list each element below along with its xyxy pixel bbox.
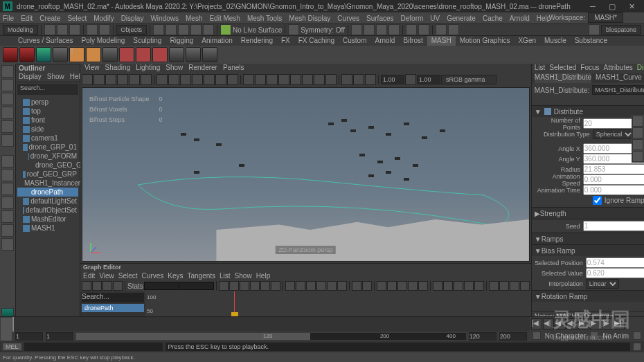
- vp-isolate[interactable]: [341, 74, 352, 85]
- ge-insert-keys[interactable]: [92, 281, 102, 291]
- layout-two-side[interactable]: [1, 183, 14, 195]
- vp-lights[interactable]: [278, 74, 289, 85]
- mash-network-icon[interactable]: [3, 47, 18, 62]
- ge-open-dopesheet[interactable]: [510, 281, 519, 291]
- shelf-tab[interactable]: Rendering: [237, 36, 277, 46]
- outliner-item[interactable]: top: [17, 107, 78, 116]
- vp-colorspace[interactable]: sRGB gamma: [441, 75, 497, 84]
- layout-hypershade[interactable]: [1, 238, 14, 251]
- open-scene-icon[interactable]: [57, 24, 68, 35]
- vp-aa[interactable]: [325, 74, 337, 85]
- vp-gate-mask[interactable]: [192, 74, 203, 85]
- ge-selected-item[interactable]: dronePath: [82, 304, 144, 312]
- ge-frame-playback[interactable]: [397, 281, 407, 291]
- maximize-button[interactable]: ▢: [602, 0, 622, 12]
- vp-field-chart[interactable]: [204, 74, 215, 85]
- ge-free-length[interactable]: [327, 281, 337, 291]
- layout-persp-graph[interactable]: [1, 224, 14, 237]
- ge-isolate[interactable]: [377, 281, 386, 291]
- outliner-item[interactable]: MASH1: [17, 224, 78, 233]
- script-editor-icon[interactable]: [633, 343, 641, 351]
- vp-xray[interactable]: [353, 74, 364, 85]
- sel-pos-field[interactable]: [586, 257, 644, 268]
- save-scene-icon[interactable]: [69, 24, 80, 35]
- ge-lock-length[interactable]: [337, 281, 347, 291]
- anim-time-field[interactable]: [583, 185, 644, 195]
- minimize-button[interactable]: ─: [583, 0, 602, 12]
- outliner-item[interactable]: roof_GEO_GRP: [17, 170, 78, 179]
- attribute-editor-toggle[interactable]: [632, 127, 643, 138]
- menu-create[interactable]: Create: [39, 15, 60, 22]
- playback-prefs-icon[interactable]: [633, 332, 641, 340]
- snap-curve-icon[interactable]: [166, 24, 177, 35]
- shelf-icon[interactable]: [202, 47, 217, 62]
- ae-bias-ramp-header[interactable]: ▼ Bias Ramp: [532, 245, 644, 256]
- outliner-item[interactable]: MashEditor: [17, 215, 78, 224]
- script-lang-select[interactable]: MEL: [3, 343, 21, 350]
- ge-value-snap[interactable]: [362, 281, 372, 291]
- shelf-tab[interactable]: Animation: [197, 36, 236, 46]
- vp-wireframe[interactable]: [243, 74, 254, 85]
- undo-icon[interactable]: [87, 24, 98, 35]
- vp-gamma-icon[interactable]: [405, 74, 416, 85]
- vp-resolution-gate[interactable]: [180, 74, 191, 85]
- ae-node-name[interactable]: [592, 85, 644, 95]
- vp-shadows[interactable]: [290, 74, 301, 85]
- type-tool-icon[interactable]: T: [69, 47, 84, 62]
- ge-auto-frame[interactable]: [418, 281, 428, 291]
- shelf-tab[interactable]: Curves / Surfaces: [14, 36, 77, 46]
- tool-settings-toggle[interactable]: [632, 139, 643, 150]
- module-selector[interactable]: Modeling: [3, 25, 38, 35]
- ae-strength-header[interactable]: ▶ Strength: [532, 208, 644, 219]
- ge-region[interactable]: [113, 281, 123, 291]
- ge-move-keys[interactable]: [82, 281, 91, 291]
- move-tool[interactable]: [1, 107, 14, 119]
- layout-persp-outliner[interactable]: [1, 210, 14, 223]
- menu-arnold[interactable]: Arnold: [510, 15, 530, 22]
- vp-image-plane[interactable]: [117, 74, 128, 85]
- ge-unify[interactable]: [316, 281, 326, 291]
- outliner-item[interactable]: camera1: [17, 134, 78, 143]
- outliner-item[interactable]: drone_GRP_01: [17, 143, 78, 152]
- radius-field[interactable]: [583, 164, 644, 174]
- menu-cache[interactable]: Cache: [483, 15, 503, 22]
- outliner-item[interactable]: side: [17, 125, 78, 134]
- menu-generate[interactable]: Generate: [447, 15, 476, 22]
- menu-mesh-display[interactable]: Mesh Display: [289, 15, 330, 22]
- outliner-item[interactable]: drone_GEO_GRP: [17, 161, 78, 170]
- go-to-start-button[interactable]: |◀: [531, 318, 542, 329]
- ge-clamped[interactable]: [240, 281, 249, 291]
- shelf-tab[interactable]: Substance: [571, 36, 611, 46]
- menu-display[interactable]: Display: [121, 15, 144, 22]
- outliner-search[interactable]: Search...: [17, 84, 78, 95]
- shelf-tab[interactable]: Custom: [339, 36, 370, 46]
- ge-pre-infinity[interactable]: [489, 281, 499, 291]
- vp-lock-camera[interactable]: [93, 74, 105, 85]
- shelf-tab[interactable]: Motion Graphics: [456, 36, 515, 46]
- vp-safe-title[interactable]: [227, 74, 238, 85]
- menu-modify[interactable]: Modify: [93, 15, 114, 22]
- ae-tab[interactable]: MASH1_Distribute: [535, 73, 591, 83]
- snap-surface-icon[interactable]: [203, 24, 214, 35]
- menu-mesh[interactable]: Mesh: [186, 15, 202, 22]
- sel-val-field[interactable]: [586, 268, 644, 278]
- redo-icon[interactable]: [99, 24, 110, 35]
- menu-file[interactable]: File: [3, 15, 14, 22]
- ge-open-trax[interactable]: [520, 281, 530, 291]
- toggle-pane2-icon[interactable]: [448, 24, 459, 35]
- menu-windows[interactable]: Windows: [150, 15, 179, 22]
- vp-gamma[interactable]: [417, 75, 440, 84]
- ae-ramps-header[interactable]: ▼ Ramps: [532, 233, 644, 244]
- snap-point-icon[interactable]: [178, 24, 189, 35]
- ge-flat[interactable]: [285, 281, 295, 291]
- ge-auto[interactable]: [271, 281, 280, 291]
- layout-two-stack[interactable]: [1, 197, 14, 209]
- close-button[interactable]: ✕: [622, 0, 641, 12]
- menu-select[interactable]: Select: [67, 15, 87, 22]
- shelf-tab[interactable]: MASH: [427, 36, 456, 46]
- ae-show-hide[interactable]: Show Hide: [532, 97, 644, 105]
- ge-show-buffer[interactable]: [464, 281, 474, 291]
- menu-curves[interactable]: Curves: [337, 15, 359, 22]
- timeline-tab[interactable]: [1, 318, 12, 341]
- ge-swap-buffer[interactable]: [474, 281, 484, 291]
